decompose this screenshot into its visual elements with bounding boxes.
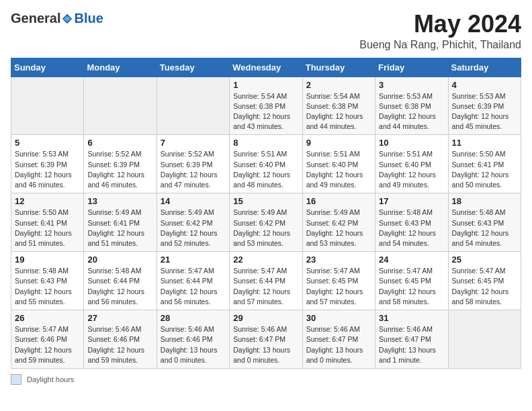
calendar-cell: 29Sunrise: 5:46 AM Sunset: 6:47 PM Dayli… [230,310,302,369]
day-info: Sunrise: 5:46 AM Sunset: 6:47 PM Dayligh… [306,324,371,365]
day-number: 27 [87,313,152,323]
day-info: Sunrise: 5:53 AM Sunset: 6:39 PM Dayligh… [452,91,517,132]
calendar-header-saturday: Saturday [448,58,521,77]
calendar-cell: 6Sunrise: 5:52 AM Sunset: 6:39 PM Daylig… [84,135,157,193]
calendar-week-row: 1Sunrise: 5:54 AM Sunset: 6:38 PM Daylig… [11,77,521,135]
calendar-cell: 27Sunrise: 5:46 AM Sunset: 6:46 PM Dayli… [84,310,157,369]
title-block: May 2024 Bueng Na Rang, Phichit, Thailan… [359,11,521,51]
day-number: 28 [161,313,226,323]
day-number: 3 [379,80,444,90]
day-info: Sunrise: 5:52 AM Sunset: 6:39 PM Dayligh… [87,149,152,190]
day-number: 16 [306,196,371,206]
day-number: 15 [233,196,298,206]
calendar-cell: 13Sunrise: 5:49 AM Sunset: 6:41 PM Dayli… [84,193,157,252]
calendar-cell: 25Sunrise: 5:47 AM Sunset: 6:45 PM Dayli… [448,252,521,310]
calendar-cell: 12Sunrise: 5:50 AM Sunset: 6:41 PM Dayli… [11,193,84,252]
day-info: Sunrise: 5:48 AM Sunset: 6:44 PM Dayligh… [87,266,152,307]
day-info: Sunrise: 5:53 AM Sunset: 6:39 PM Dayligh… [15,149,80,190]
calendar-cell [84,77,157,135]
calendar-cell: 20Sunrise: 5:48 AM Sunset: 6:44 PM Dayli… [84,252,157,310]
day-number: 10 [379,138,444,148]
calendar-cell: 30Sunrise: 5:46 AM Sunset: 6:47 PM Dayli… [302,310,375,369]
day-number: 20 [87,255,152,265]
day-info: Sunrise: 5:47 AM Sunset: 6:45 PM Dayligh… [379,266,444,307]
day-info: Sunrise: 5:47 AM Sunset: 6:46 PM Dayligh… [15,324,80,365]
calendar-cell: 14Sunrise: 5:49 AM Sunset: 6:42 PM Dayli… [157,193,229,252]
day-info: Sunrise: 5:47 AM Sunset: 6:45 PM Dayligh… [306,266,371,307]
day-number: 24 [379,255,444,265]
day-number: 8 [233,138,298,148]
day-info: Sunrise: 5:51 AM Sunset: 6:40 PM Dayligh… [306,149,371,190]
calendar-cell: 16Sunrise: 5:49 AM Sunset: 6:42 PM Dayli… [302,193,375,252]
calendar-cell: 7Sunrise: 5:52 AM Sunset: 6:39 PM Daylig… [157,135,229,193]
calendar-week-row: 19Sunrise: 5:48 AM Sunset: 6:43 PM Dayli… [11,252,521,310]
day-info: Sunrise: 5:50 AM Sunset: 6:41 PM Dayligh… [15,208,80,248]
day-info: Sunrise: 5:47 AM Sunset: 6:44 PM Dayligh… [233,266,298,307]
calendar-cell: 15Sunrise: 5:49 AM Sunset: 6:42 PM Dayli… [230,193,302,252]
day-info: Sunrise: 5:46 AM Sunset: 6:47 PM Dayligh… [233,324,298,365]
day-info: Sunrise: 5:48 AM Sunset: 6:43 PM Dayligh… [15,266,80,307]
day-number: 22 [233,255,298,265]
calendar-week-row: 26Sunrise: 5:47 AM Sunset: 6:46 PM Dayli… [11,310,521,369]
calendar-header-wednesday: Wednesday [230,58,302,77]
day-info: Sunrise: 5:49 AM Sunset: 6:41 PM Dayligh… [87,208,152,248]
calendar-cell: 28Sunrise: 5:46 AM Sunset: 6:46 PM Dayli… [157,310,229,369]
calendar-cell: 19Sunrise: 5:48 AM Sunset: 6:43 PM Dayli… [11,252,84,310]
day-number: 12 [15,196,80,206]
day-number: 17 [379,196,444,206]
day-info: Sunrise: 5:51 AM Sunset: 6:40 PM Dayligh… [379,149,444,190]
calendar-cell: 1Sunrise: 5:54 AM Sunset: 6:38 PM Daylig… [230,77,302,135]
calendar-cell: 2Sunrise: 5:54 AM Sunset: 6:38 PM Daylig… [302,77,375,135]
day-info: Sunrise: 5:53 AM Sunset: 6:38 PM Dayligh… [379,91,444,132]
logo-general-text: General [11,11,60,26]
calendar-week-row: 12Sunrise: 5:50 AM Sunset: 6:41 PM Dayli… [11,193,521,252]
calendar-cell: 31Sunrise: 5:46 AM Sunset: 6:47 PM Dayli… [375,310,448,369]
day-info: Sunrise: 5:54 AM Sunset: 6:38 PM Dayligh… [306,91,371,132]
day-info: Sunrise: 5:50 AM Sunset: 6:41 PM Dayligh… [452,149,517,190]
calendar-cell: 22Sunrise: 5:47 AM Sunset: 6:44 PM Dayli… [230,252,302,310]
calendar-header-tuesday: Tuesday [157,58,229,77]
day-info: Sunrise: 5:49 AM Sunset: 6:42 PM Dayligh… [233,208,298,248]
day-number: 9 [306,138,371,148]
day-number: 2 [306,80,371,90]
day-number: 19 [15,255,80,265]
calendar-cell: 5Sunrise: 5:53 AM Sunset: 6:39 PM Daylig… [11,135,84,193]
day-number: 26 [15,313,80,323]
calendar-header-thursday: Thursday [302,58,375,77]
calendar-header-monday: Monday [84,58,157,77]
day-number: 18 [452,196,517,206]
calendar-cell: 10Sunrise: 5:51 AM Sunset: 6:40 PM Dayli… [375,135,448,193]
day-info: Sunrise: 5:46 AM Sunset: 6:46 PM Dayligh… [161,324,226,365]
logo: General Blue [11,11,103,26]
day-info: Sunrise: 5:48 AM Sunset: 6:43 PM Dayligh… [452,208,517,248]
day-number: 25 [452,255,517,265]
calendar-cell [11,77,84,135]
calendar-week-row: 5Sunrise: 5:53 AM Sunset: 6:39 PM Daylig… [11,135,521,193]
calendar-table: SundayMondayTuesdayWednesdayThursdayFrid… [11,58,521,369]
legend: Daylight hours [11,374,521,385]
day-number: 13 [87,196,152,206]
logo-blue-text: Blue [74,11,103,26]
day-number: 21 [161,255,226,265]
calendar-cell: 21Sunrise: 5:47 AM Sunset: 6:44 PM Dayli… [157,252,229,310]
legend-box [11,374,21,385]
day-info: Sunrise: 5:52 AM Sunset: 6:39 PM Dayligh… [161,149,226,190]
day-number: 29 [233,313,298,323]
calendar-cell: 18Sunrise: 5:48 AM Sunset: 6:43 PM Dayli… [448,193,521,252]
logo-icon [61,13,73,25]
header: General Blue May 2024 Bueng Na Rang, Phi… [11,11,521,51]
day-number: 7 [161,138,226,148]
day-info: Sunrise: 5:46 AM Sunset: 6:47 PM Dayligh… [379,324,444,365]
calendar-cell: 9Sunrise: 5:51 AM Sunset: 6:40 PM Daylig… [302,135,375,193]
day-number: 4 [452,80,517,90]
day-info: Sunrise: 5:54 AM Sunset: 6:38 PM Dayligh… [233,91,298,132]
day-info: Sunrise: 5:47 AM Sunset: 6:44 PM Dayligh… [161,266,226,307]
calendar-cell [157,77,229,135]
calendar-cell: 4Sunrise: 5:53 AM Sunset: 6:39 PM Daylig… [448,77,521,135]
calendar-cell: 8Sunrise: 5:51 AM Sunset: 6:40 PM Daylig… [230,135,302,193]
legend-label: Daylight hours [27,375,74,383]
calendar-cell [448,310,521,369]
day-number: 23 [306,255,371,265]
calendar-cell: 26Sunrise: 5:47 AM Sunset: 6:46 PM Dayli… [11,310,84,369]
day-info: Sunrise: 5:49 AM Sunset: 6:42 PM Dayligh… [161,208,226,248]
